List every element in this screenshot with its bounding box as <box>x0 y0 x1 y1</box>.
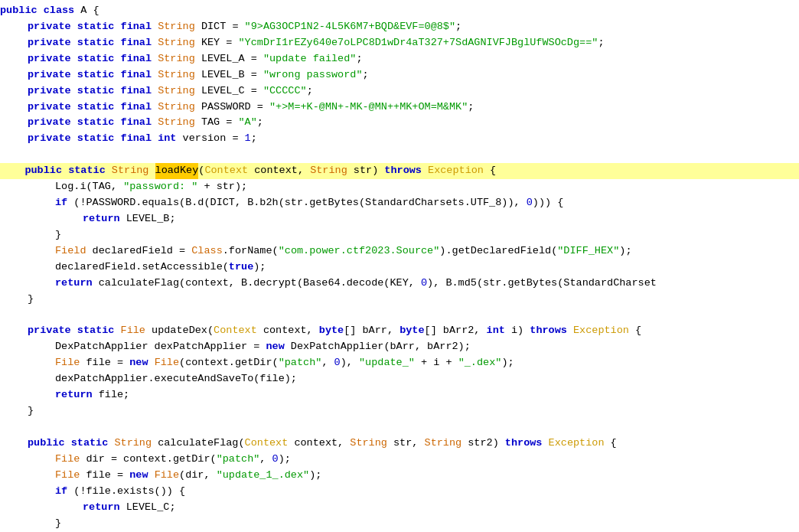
highlighted-method: loadKey <box>155 163 199 179</box>
code-line-3: private static final String KEY = "YcmDr… <box>0 35 799 51</box>
code-line-21: private static File updateDex(Context co… <box>0 323 799 339</box>
code-line-9: private static final int version = 1; <box>0 131 799 147</box>
code-line-12: Log.i(TAG, "password: " + str); <box>0 179 799 195</box>
code-line-4: private static final String LEVEL_A = "u… <box>0 51 799 67</box>
code-line-14: return LEVEL_B; <box>0 211 799 227</box>
code-line-19: } <box>0 292 799 308</box>
code-line-32: return LEVEL_C; <box>0 500 799 516</box>
code-line-5: private static final String LEVEL_B = "w… <box>0 67 799 83</box>
code-line-7: private static final String PASSWORD = "… <box>0 100 799 116</box>
code-line-31: if (!file.exists()) { <box>0 484 799 500</box>
code-line-16: Field declaredField = Class.forName("com… <box>0 243 799 259</box>
code-editor: public class A { private static final St… <box>0 0 799 532</box>
keyword-public: public <box>0 3 38 19</box>
code-line-15: } <box>0 227 799 243</box>
code-line-22: DexPatchApplier dexPatchApplier = new De… <box>0 339 799 355</box>
code-line-25: return file; <box>0 387 799 403</box>
code-line-26: } <box>0 403 799 419</box>
code-line-13: if (!PASSWORD.equals(B.d(DICT, B.b2h(str… <box>0 195 799 211</box>
code-line-23: File file = new File(context.getDir("pat… <box>0 355 799 371</box>
code-line-2: private static final String DICT = "9>AG… <box>0 19 799 35</box>
code-line-27 <box>0 419 799 436</box>
code-line-17: declaredField.setAccessible(true); <box>0 259 799 276</box>
keyword-class: class <box>44 3 75 19</box>
code-line-1: public class A { <box>0 3 799 19</box>
code-line-6: private static final String LEVEL_C = "C… <box>0 83 799 100</box>
code-line-33: } <box>0 516 799 532</box>
code-line-10 <box>0 147 799 163</box>
code-line-29: File dir = context.getDir("patch", 0); <box>0 452 799 468</box>
code-line-20 <box>0 308 799 324</box>
code-line-11: public static String loadKey(Context con… <box>0 163 799 179</box>
code-line-28: public static String calculateFlag(Conte… <box>0 436 799 452</box>
code-line-18: return calculateFlag(context, B.decrypt(… <box>0 276 799 292</box>
code-line-30: File file = new File(dir, "update_1_.dex… <box>0 468 799 484</box>
code-line-24: dexPatchApplier.executeAndSaveTo(file); <box>0 371 799 387</box>
code-line-8: private static final String TAG = "A"; <box>0 115 799 131</box>
